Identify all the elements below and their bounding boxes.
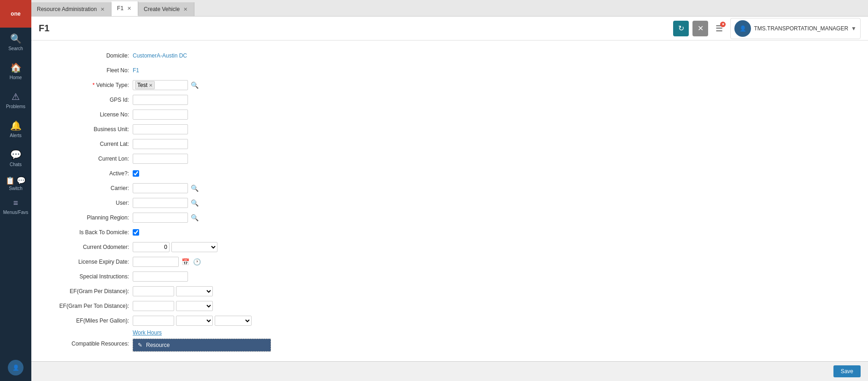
carrier-label: Carrier: [41, 185, 133, 191]
tag-remove-btn[interactable]: ✕ [149, 83, 152, 88]
avatar-image: 👤 [739, 25, 746, 32]
planning-region-label: Planning Region: [41, 214, 133, 221]
business-unit-input[interactable] [133, 124, 188, 134]
user-search-btn[interactable]: 🔍 [190, 199, 199, 207]
footer-bar: Save [31, 361, 868, 381]
warning-icon: ⚠ [12, 91, 20, 102]
tab-close-resource-admin[interactable]: ✕ [100, 6, 106, 12]
license-expiry-field: 📅 🕐 [133, 257, 202, 267]
header-bar: F1 ↻ ✕ ☰ ★ 👤 TMS.TRANSPORTATION_MANAGER … [31, 17, 868, 40]
sidebar-avatar[interactable]: 👤 [8, 360, 23, 375]
tab-close-create-vehicle[interactable]: ✕ [182, 6, 188, 12]
business-unit-label: Business Unit: [41, 126, 133, 133]
work-hours-link[interactable]: Work Hours [133, 329, 859, 336]
ef-gram-ton-field [133, 301, 213, 311]
sidebar-item-chats[interactable]: 💬 Chats [0, 144, 31, 173]
sidebar-item-home[interactable]: 🏠 Home [0, 57, 31, 86]
carrier-search-btn[interactable]: 🔍 [190, 185, 199, 192]
tab-close-f1[interactable]: ✕ [126, 6, 132, 12]
active-checkbox[interactable] [133, 170, 139, 177]
license-expiry-row: License Expiry Date: 📅 🕐 [41, 256, 859, 268]
clock-btn[interactable]: 🕐 [192, 258, 202, 266]
vehicle-type-tag: Test ✕ [135, 81, 155, 89]
active-row: Active?: [41, 167, 859, 179]
vehicle-type-input[interactable]: Test ✕ [133, 80, 188, 90]
ef-gram-distance-input[interactable] [133, 286, 174, 296]
search-icon: 🔍 [10, 33, 22, 44]
user-field: 🔍 [133, 198, 199, 208]
home-icon: 🏠 [10, 62, 22, 73]
planning-region-row: Planning Region: 🔍 [41, 212, 859, 224]
ef-gram-ton-label: EF(Gram Per Ton Distance): [41, 303, 133, 309]
sidebar-item-menus[interactable]: ≡ Menus/Favs [0, 195, 31, 219]
current-lat-label: Current Lat: [41, 141, 133, 147]
user-input[interactable] [133, 198, 188, 208]
vehicle-type-label: Vehicle Type: [41, 82, 133, 88]
domicile-value: CustomerA-Austin DC [133, 52, 187, 59]
ef-gram-ton-select[interactable] [176, 301, 213, 311]
fleet-no-row: Fleet No: F1 [41, 64, 859, 76]
menu-icon: ≡ [13, 198, 18, 208]
planning-region-search-btn[interactable]: 🔍 [190, 214, 199, 221]
carrier-row: Carrier: 🔍 [41, 182, 859, 194]
domicile-row: Domicile: CustomerA-Austin DC [41, 50, 859, 62]
resource-header: ✎ Resource [133, 339, 270, 351]
odometer-unit-select[interactable]: Miles KM [171, 242, 217, 252]
sidebar-item-search[interactable]: 🔍 Search [0, 28, 31, 57]
tab-bar: Resource Administration ✕ F1 ✕ Create Ve… [31, 0, 868, 17]
tab-f1[interactable]: F1 ✕ [111, 1, 138, 16]
vehicle-type-field: Test ✕ 🔍 [133, 80, 199, 90]
tab-resource-administration[interactable]: Resource Administration ✕ [31, 2, 111, 16]
special-instructions-input[interactable] [133, 271, 188, 282]
current-odometer-label: Current Odometer: [41, 244, 133, 250]
sidebar-item-problems[interactable]: ⚠ Problems [0, 86, 31, 115]
switch-icon2: 💬 [17, 176, 26, 185]
tab-create-vehicle[interactable]: Create Vehicle ✕ [138, 2, 194, 16]
planning-region-input[interactable] [133, 213, 188, 223]
calendar-btn[interactable]: 📅 [181, 258, 190, 266]
carrier-field: 🔍 [133, 183, 199, 193]
ef-gram-ton-input[interactable] [133, 301, 174, 311]
compatible-resources-label: Compatible Resources: [41, 339, 133, 347]
sidebar-item-switch[interactable]: 📋 💬 Switch [0, 173, 31, 195]
avatar-icon: 👤 [12, 364, 19, 371]
close-button[interactable]: ✕ [692, 21, 708, 36]
vehicle-type-search-btn[interactable]: 🔍 [190, 81, 199, 89]
ef-miles-gallon-label: EF(Miles Per Gallon): [41, 318, 133, 324]
special-instructions-label: Special Instructions: [41, 273, 133, 280]
menu-button[interactable]: ☰ ★ [712, 22, 727, 35]
license-expiry-input[interactable] [133, 257, 179, 267]
gps-id-input[interactable] [133, 95, 188, 105]
odometer-input[interactable] [133, 242, 170, 252]
ef-miles-gallon-row: EF(Miles Per Gallon): [41, 315, 859, 327]
content-area[interactable]: Domicile: CustomerA-Austin DC Fleet No: … [31, 40, 868, 381]
main-area: Resource Administration ✕ F1 ✕ Create Ve… [31, 0, 868, 381]
gps-id-row: GPS Id: [41, 94, 859, 106]
chat-icon: 💬 [10, 149, 22, 160]
gps-id-label: GPS Id: [41, 97, 133, 103]
ef-miles-gallon-input[interactable] [133, 316, 174, 326]
sidebar-item-alerts[interactable]: 🔔 Alerts [0, 115, 31, 144]
carrier-input[interactable] [133, 183, 188, 193]
license-no-input[interactable] [133, 110, 188, 120]
current-lon-input[interactable] [133, 154, 188, 164]
ef-gram-distance-label: EF(Gram Per Distance): [41, 288, 133, 294]
bell-icon: 🔔 [10, 120, 22, 131]
current-lon-row: Current Lon: [41, 153, 859, 165]
business-unit-row: Business Unit: [41, 123, 859, 135]
user-dropdown[interactable]: 👤 TMS.TRANSPORTATION_MANAGER ▼ [730, 18, 861, 39]
is-back-checkbox[interactable] [133, 229, 139, 236]
is-back-label: Is Back To Domicile: [41, 229, 133, 236]
notification-badge: ★ [720, 22, 726, 27]
ef-miles-gallon-select2[interactable] [215, 316, 252, 326]
sidebar: one 🔍 Search 🏠 Home ⚠ Problems 🔔 Alerts … [0, 0, 31, 381]
refresh-button[interactable]: ↻ [673, 21, 689, 36]
license-no-row: License No: [41, 109, 859, 121]
fleet-no-value: F1 [133, 67, 139, 74]
ef-gram-distance-select[interactable] [176, 286, 213, 296]
save-button[interactable]: Save [833, 365, 861, 377]
active-label: Active?: [41, 170, 133, 177]
current-lat-input[interactable] [133, 139, 188, 149]
domicile-label: Domicile: [41, 52, 133, 59]
ef-miles-gallon-select1[interactable] [176, 316, 213, 326]
